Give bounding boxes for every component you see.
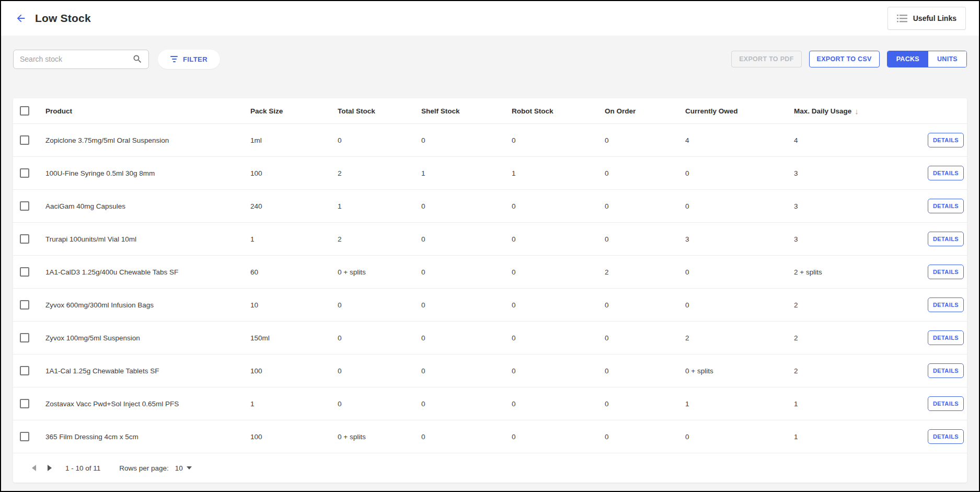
shelf-stock-value: 0 (416, 202, 506, 210)
details-button[interactable]: DETAILS (928, 396, 964, 411)
details-button[interactable]: DETAILS (928, 133, 964, 147)
column-header-total-stock[interactable]: Total Stock (332, 107, 416, 115)
table-row: Zyvox 100mg/5ml Suspension 150ml 0 0 0 0… (13, 321, 967, 354)
details-button[interactable]: DETAILS (928, 232, 964, 246)
column-header-pack-size[interactable]: Pack Size (245, 107, 332, 115)
list-icon (897, 14, 907, 22)
caret-down-icon (187, 466, 192, 470)
packs-units-toggle: PACKS UNITS (887, 51, 967, 67)
currently-owed-value: 2 (680, 334, 789, 342)
details-button[interactable]: DETAILS (928, 298, 964, 312)
pagination: 1 - 10 of 11 Rows per page: 10 (13, 453, 967, 483)
max-daily-usage-value: 3 (789, 202, 917, 210)
on-order-value: 0 (599, 400, 680, 408)
search-box (13, 50, 149, 69)
filter-icon (170, 56, 178, 62)
back-button[interactable] (14, 12, 28, 25)
export-csv-button[interactable]: EXPORT TO CSV (809, 51, 880, 67)
pack-size-value: 100 (245, 169, 332, 177)
product-name: Zyvox 600mg/300ml Infusion Bags (40, 301, 245, 309)
shelf-stock-value: 0 (416, 235, 506, 243)
on-order-value: 0 (599, 301, 680, 309)
max-daily-usage-value: 2 (789, 301, 917, 309)
product-name: 365 Film Dressing 4cm x 5cm (40, 433, 245, 441)
table-row: 365 Film Dressing 4cm x 5cm 100 0 + spli… (13, 420, 967, 453)
total-stock-value: 0 + splits (332, 433, 416, 441)
total-stock-value: 2 (332, 169, 416, 177)
table-row: 1A1-CalD3 1.25g/400u Chewable Tabs SF 60… (13, 255, 967, 288)
units-toggle-button[interactable]: UNITS (928, 51, 966, 67)
robot-stock-value: 0 (506, 202, 599, 210)
row-checkbox[interactable] (20, 333, 29, 342)
row-checkbox[interactable] (20, 300, 29, 310)
table-row: Zyvox 600mg/300ml Infusion Bags 10 0 0 0… (13, 288, 967, 321)
page-content: FILTER EXPORT TO PDF EXPORT TO CSV PACKS… (1, 36, 979, 491)
rows-per-page-label: Rows per page: (119, 464, 169, 472)
currently-owed-value: 0 (680, 433, 789, 441)
row-checkbox[interactable] (20, 234, 29, 244)
pack-size-value: 1ml (245, 136, 332, 144)
column-header-robot-stock[interactable]: Robot Stock (506, 107, 599, 115)
details-button[interactable]: DETAILS (928, 363, 964, 378)
row-checkbox[interactable] (20, 432, 29, 441)
on-order-value: 0 (599, 169, 680, 177)
details-button[interactable]: DETAILS (928, 265, 964, 279)
select-all-checkbox[interactable] (20, 106, 29, 116)
shelf-stock-value: 0 (416, 367, 506, 375)
total-stock-value: 2 (332, 235, 416, 243)
max-daily-usage-value: 2 (789, 367, 917, 375)
column-header-product[interactable]: Product (40, 107, 245, 115)
export-pdf-button[interactable]: EXPORT TO PDF (731, 51, 801, 67)
rows-per-page-value: 10 (175, 464, 183, 472)
row-checkbox[interactable] (20, 399, 29, 408)
useful-links-button[interactable]: Useful Links (887, 7, 966, 30)
robot-stock-value: 0 (506, 433, 599, 441)
on-order-value: 0 (599, 235, 680, 243)
previous-page-button[interactable] (30, 463, 38, 473)
currently-owed-value: 0 (680, 202, 789, 210)
shelf-stock-value: 0 (416, 268, 506, 276)
max-daily-usage-value: 3 (789, 235, 917, 243)
column-header-currently-owed[interactable]: Currently Owed (680, 107, 789, 115)
search-input[interactable] (13, 50, 149, 69)
total-stock-value: 0 (332, 400, 416, 408)
shelf-stock-value: 0 (416, 301, 506, 309)
shelf-stock-value: 0 (416, 136, 506, 144)
arrow-left-icon (15, 13, 27, 24)
table-header-row: Product Pack Size Total Stock Shelf Stoc… (13, 98, 967, 123)
search-icon (132, 54, 143, 66)
currently-owed-value: 0 + splits (680, 367, 789, 375)
details-button[interactable]: DETAILS (928, 166, 964, 180)
details-button[interactable]: DETAILS (928, 199, 964, 213)
robot-stock-value: 0 (506, 367, 599, 375)
details-button[interactable]: DETAILS (928, 429, 964, 444)
column-header-shelf-stock[interactable]: Shelf Stock (416, 107, 506, 115)
row-checkbox[interactable] (20, 201, 29, 211)
column-header-max-daily-usage[interactable]: Max. Daily Usage ↓ (789, 107, 917, 116)
currently-owed-value: 0 (680, 169, 789, 177)
shelf-stock-value: 1 (416, 169, 506, 177)
pack-size-value: 1 (245, 235, 332, 243)
column-header-on-order[interactable]: On Order (599, 107, 680, 115)
pack-size-value: 100 (245, 367, 332, 375)
row-checkbox[interactable] (20, 267, 29, 277)
details-button[interactable]: DETAILS (928, 330, 964, 345)
packs-toggle-button[interactable]: PACKS (887, 51, 928, 67)
product-name: 1A1-CalD3 1.25g/400u Chewable Tabs SF (40, 268, 245, 276)
rows-per-page-select[interactable]: 10 (175, 464, 192, 472)
on-order-value: 0 (599, 433, 680, 441)
filter-button[interactable]: FILTER (158, 50, 220, 69)
total-stock-value: 0 + splits (332, 268, 416, 276)
next-page-button[interactable] (45, 463, 54, 473)
table-row: Zopiclone 3.75mg/5ml Oral Suspension 1ml… (13, 123, 967, 156)
row-checkbox[interactable] (20, 168, 29, 178)
robot-stock-value: 0 (506, 268, 599, 276)
row-checkbox[interactable] (20, 366, 29, 375)
pack-size-value: 10 (245, 301, 332, 309)
table-row: Trurapi 100units/ml Vial 10ml 1 2 0 0 0 … (13, 222, 967, 255)
pack-size-value: 1 (245, 400, 332, 408)
table-body: Zopiclone 3.75mg/5ml Oral Suspension 1ml… (13, 123, 967, 453)
row-checkbox[interactable] (20, 135, 29, 145)
on-order-value: 0 (599, 334, 680, 342)
product-name: AaciGam 40mg Capsules (40, 202, 245, 210)
